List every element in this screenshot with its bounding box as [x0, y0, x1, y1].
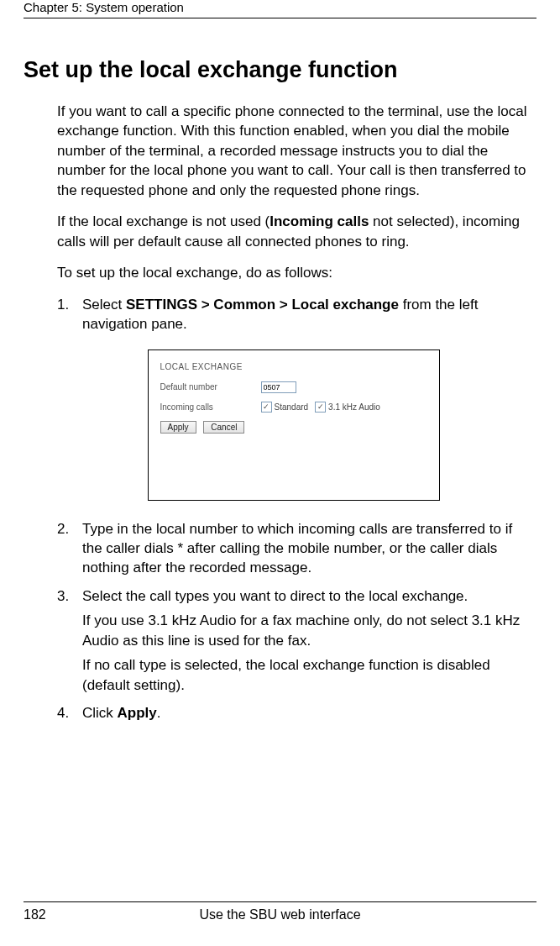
s3-line-a: Select the call types you want to direct… — [82, 586, 530, 606]
header-rule — [24, 18, 536, 18]
section-heading: Set up the local exchange function — [24, 57, 530, 83]
incoming-calls-label: Incoming calls — [160, 402, 261, 412]
step-1-num: 1. — [57, 295, 82, 334]
step-4: 4. Click Apply. — [57, 703, 530, 723]
cancel-button[interactable]: Cancel — [203, 421, 244, 434]
step-1-text: Select SETTINGS > Common > Local exchang… — [82, 295, 530, 334]
s4-c: . — [157, 705, 161, 721]
s1-bold: SETTINGS > Common > Local exchange — [126, 297, 399, 313]
s4-a: Click — [82, 705, 118, 721]
check-icon: ✓ — [315, 402, 326, 413]
apply-button[interactable]: Apply — [160, 421, 196, 434]
step-4-text: Click Apply. — [82, 703, 530, 723]
default-number-input[interactable] — [261, 381, 296, 393]
step-3-num: 3. — [57, 586, 82, 695]
p2-bold: Incoming calls — [270, 213, 369, 229]
p2-part-a: If the local exchange is not used ( — [57, 213, 270, 229]
figure-title: LOCAL EXCHANGE — [160, 362, 427, 371]
intro-para-3: To set up the local exchange, do as foll… — [57, 263, 530, 282]
figure-row-incoming-calls: Incoming calls ✓ Standard ✓ 3.1 kHz Audi… — [160, 402, 427, 413]
step-1: 1. Select SETTINGS > Common > Local exch… — [57, 295, 530, 334]
footer-section-title: Use the SBU web interface — [24, 907, 536, 922]
checkbox-31khz[interactable]: ✓ 3.1 kHz Audio — [315, 402, 380, 413]
content-area: Set up the local exchange function If yo… — [24, 57, 530, 732]
figure-row-default-number: Default number — [160, 381, 427, 393]
figure-button-row: Apply Cancel — [160, 421, 427, 434]
page-footer: Use the SBU web interface 182 — [24, 901, 536, 924]
checkbox-standard[interactable]: ✓ Standard — [261, 402, 309, 413]
footer-rule — [24, 901, 536, 902]
page: Chapter 5: System operation Set up the l… — [0, 0, 560, 946]
page-header: Chapter 5: System operation — [0, 0, 560, 18]
default-number-label: Default number — [160, 382, 261, 392]
figure-wrap: LOCAL EXCHANGE Default number Incoming c… — [57, 349, 530, 501]
chapter-label: Chapter 5: System operation — [24, 0, 536, 18]
step-3: 3. Select the call types you want to dir… — [57, 586, 530, 695]
s3-line-c: If no call type is selected, the local e… — [82, 655, 530, 695]
body-block: If you want to call a specific phone con… — [57, 102, 530, 283]
s3-line-b: If you use 3.1 kHz Audio for a fax machi… — [82, 611, 530, 650]
intro-para-2: If the local exchange is not used (Incom… — [57, 212, 530, 251]
step-2: 2. Type in the local number to which inc… — [57, 519, 530, 578]
page-number: 182 — [24, 907, 46, 922]
local-exchange-figure: LOCAL EXCHANGE Default number Incoming c… — [148, 349, 440, 501]
check-icon: ✓ — [261, 402, 272, 413]
step-2-num: 2. — [57, 519, 82, 578]
s4-bold: Apply — [118, 705, 157, 721]
step-4-num: 4. — [57, 703, 82, 723]
s1-a: Select — [82, 297, 126, 313]
intro-para-1: If you want to call a specific phone con… — [57, 102, 530, 200]
ordered-list: 1. Select SETTINGS > Common > Local exch… — [57, 295, 530, 723]
checkbox-31khz-label: 3.1 kHz Audio — [328, 402, 380, 412]
step-3-text: Select the call types you want to direct… — [82, 586, 530, 695]
step-2-text: Type in the local number to which incomi… — [82, 519, 530, 578]
checkbox-standard-label: Standard — [275, 402, 309, 412]
